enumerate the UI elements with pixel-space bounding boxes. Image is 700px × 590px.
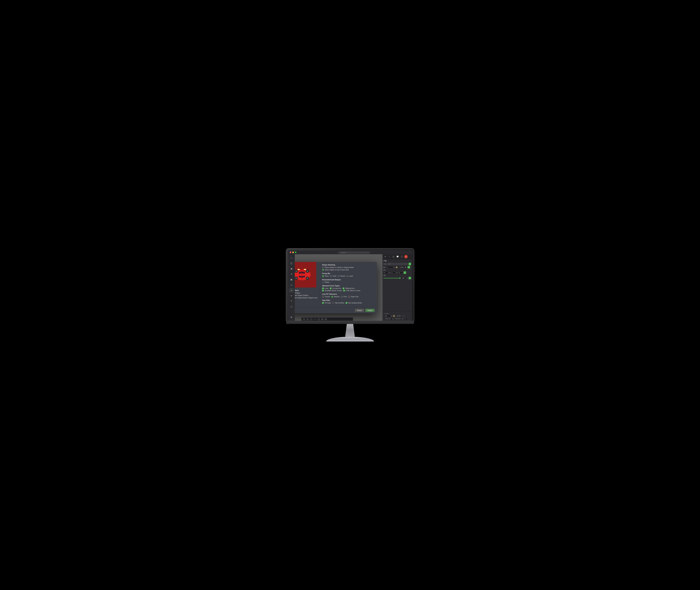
shadow-blur-input[interactable] (398, 272, 403, 274)
group-parent-radio[interactable] (338, 275, 340, 277)
monitor-stand-neck (342, 324, 358, 337)
group-layer-radio[interactable] (346, 275, 348, 277)
curve-types-section: Allowed Curve Types ✓ Lines ✓ (322, 285, 375, 291)
panel-chat-icon[interactable]: 💬 (396, 255, 399, 259)
width-input[interactable] (384, 315, 390, 317)
sidebar-icon-image[interactable]: ▣ (289, 277, 294, 282)
sidebar-icon-settings[interactable]: ⚙ (289, 315, 294, 319)
stacking-top[interactable]: Stack shapes on top of each other (322, 269, 375, 271)
sidebar-icon-trace[interactable]: ✦ (289, 288, 294, 293)
circular-checkbox[interactable]: ✓ (330, 288, 332, 289)
clip-overflow[interactable]: Clip Overflow (332, 302, 344, 304)
sidebar-icon-nodes[interactable]: ⬡ (289, 304, 294, 309)
sidebar-icon-layers[interactable]: ◫ (289, 261, 294, 266)
flatten-option[interactable]: Flatten (322, 281, 375, 283)
elliptical-label: Elliptical Arcs (345, 288, 355, 289)
group-color[interactable]: Color (330, 275, 337, 277)
lines-checkbox[interactable]: ✓ (322, 288, 324, 289)
curve-types-row1: ✓ Lines ✓ Circular Arcs (322, 288, 375, 289)
fit-medium[interactable]: Medium (331, 296, 340, 298)
panel-star-icon[interactable]: ✦ (383, 255, 387, 259)
sidebar-icon-transform[interactable]: ✛ (289, 272, 294, 276)
cubic-checkbox[interactable]: ✓ (343, 290, 345, 291)
color-swatch[interactable] (388, 263, 390, 265)
non-scaling-stroke[interactable]: ✓ Non-Scaling Stroke (346, 302, 362, 304)
sidebar-icon-object[interactable]: ◻ (289, 283, 294, 287)
color-apply[interactable]: ✓ (409, 263, 411, 265)
fit-super-fine[interactable]: Super Fine (348, 296, 359, 298)
height-input[interactable] (395, 315, 402, 317)
draw-style-stroke-edge[interactable]: Stroke Edge between Shapes once (295, 297, 318, 299)
opacity-input[interactable] (401, 277, 406, 279)
x-position-input[interactable] (384, 318, 392, 320)
lock-icon[interactable]: 🔒 (396, 266, 398, 268)
shape-stacking-title: Shape Stacking (322, 264, 375, 266)
stacking-top-radio[interactable] (322, 269, 324, 271)
elliptical-checkbox[interactable]: ✓ (343, 288, 344, 289)
dialog-left: Draw Style Fill Shapes (295, 262, 320, 307)
sidebar-icon-home[interactable]: ⌂ (289, 256, 294, 260)
sidebar-icon-pen[interactable]: ✏ (289, 294, 294, 298)
color-label: Color (383, 263, 387, 265)
coarse-radio[interactable] (322, 296, 324, 298)
curve-elliptical[interactable]: ✓ Elliptical Arcs (343, 288, 355, 289)
group-none-radio[interactable] (322, 275, 324, 277)
blur-apply[interactable]: ✓ (407, 266, 410, 269)
group-none[interactable]: None (322, 275, 329, 277)
sidebar-icon-text[interactable]: T (289, 299, 294, 303)
close-button[interactable] (290, 252, 291, 253)
opacity-apply[interactable]: ✓ (409, 277, 411, 279)
curve-lines[interactable]: ✓ Lines (322, 288, 329, 289)
group-layer[interactable]: Layer (346, 275, 353, 277)
shadow-x-input[interactable] (383, 272, 388, 274)
fit-fine[interactable]: Fine (341, 296, 347, 298)
super-fine-radio[interactable] (348, 296, 350, 298)
group-parent[interactable]: Parent (338, 275, 345, 277)
fine-radio[interactable] (341, 296, 343, 298)
stacking-top-label: Stack shapes on top of each other (325, 269, 349, 271)
import-button[interactable]: Import (365, 309, 375, 312)
draw-style-fill-shapes[interactable]: Fill Shapes (295, 292, 318, 294)
opacity-slider[interactable] (383, 278, 401, 278)
panel-layers-icon[interactable]: ◫ (392, 255, 395, 259)
main-canvas-area[interactable]: Draw Style Fill Shapes (295, 254, 382, 321)
group-color-radio[interactable] (330, 275, 332, 277)
fill-gaps-checkbox[interactable]: ✓ (322, 302, 324, 304)
flatten-checkbox[interactable] (322, 281, 324, 283)
curve-circular[interactable]: ✓ Circular Arcs (330, 288, 341, 289)
quadratic-checkbox[interactable]: ✓ (322, 290, 324, 291)
draw-style-stroke-outlines[interactable]: Stroke Shape Outlines (295, 295, 318, 296)
sidebar: ⌂ ◫ ◉ ✛ ▣ ◻ ✦ ✏ T ⬡ ⚙ (288, 254, 295, 321)
align-select[interactable]: Center (398, 266, 407, 269)
stacking-cutouts-radio[interactable] (322, 267, 324, 269)
gap-filler-section: Gap Filler ✓ Fill Gaps (322, 299, 375, 304)
monitor-bezel: ⌂ ◫ ◉ ✛ ▣ ◻ ✦ ✏ T ⬡ ⚙ (286, 249, 414, 321)
clip-overflow-checkbox[interactable] (332, 302, 334, 304)
panel-upload-icon[interactable]: ↑ (388, 255, 391, 259)
y-position-input[interactable] (395, 318, 401, 320)
shadow-apply[interactable]: ✓ (403, 271, 406, 274)
non-scaling-checkbox[interactable]: ✓ (346, 302, 347, 304)
group-by-options: None Color (322, 275, 375, 277)
shadow-label: low (383, 269, 386, 271)
minimize-button[interactable] (292, 252, 294, 253)
dimensions-lock-icon[interactable]: 🔒 (393, 315, 395, 317)
panel-info-icon[interactable]: ⓘ (400, 255, 403, 259)
rotation-input[interactable] (404, 318, 407, 320)
fit-coarse[interactable]: Coarse (322, 296, 330, 298)
search-input[interactable] (338, 252, 370, 254)
car-preview-svg (295, 262, 316, 288)
shadow-y-input[interactable] (391, 272, 395, 274)
curve-quadratic[interactable]: ✓ Quadiatic Bezier Curves (322, 290, 342, 291)
fill-gaps[interactable]: ✓ Fill Gaps (322, 302, 331, 304)
maximize-button[interactable] (295, 252, 297, 253)
blur-input[interactable] (386, 266, 393, 268)
stacking-cutouts[interactable]: Place shapes in cutouts in shapes below (322, 267, 375, 269)
fills-title: Fills (382, 259, 412, 263)
line-fit-section: Line Fit Tolerance Coarse (322, 293, 375, 298)
reset-button[interactable]: Reset (355, 309, 364, 312)
medium-radio[interactable] (331, 296, 333, 298)
opacity-row: city (382, 274, 412, 277)
curve-cubic[interactable]: ✓ Cubic Bezier Curves (343, 290, 360, 291)
sidebar-icon-globe[interactable]: ◉ (289, 266, 294, 271)
